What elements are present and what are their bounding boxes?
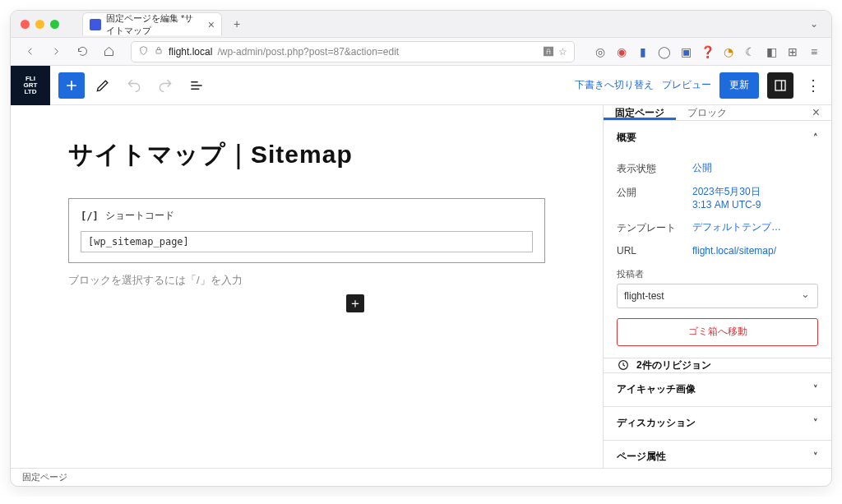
address-bar[interactable]: flight.local/wp-admin/post.php?post=87&a… [131,41,575,62]
tab-block[interactable]: ブロック [676,105,738,120]
home-button[interactable] [98,41,119,62]
browser-tab[interactable]: 固定ページを編集 *サイトマップ × [82,12,222,35]
visibility-row[interactable]: 表示状態公開 [617,157,818,181]
svg-rect-1 [775,81,785,90]
bookmark-icon[interactable]: ☆ [558,46,567,58]
publish-row[interactable]: 公開2023年5月30日 3:13 AM UTC-9 [617,181,818,216]
ext-icon-1[interactable]: ◎ [591,41,609,62]
window-controls[interactable] [21,20,59,29]
chevron-down-icon: ˅ [813,418,818,428]
edit-tool-button[interactable] [90,72,116,99]
ext-icon-8[interactable]: ☾ [741,41,759,62]
discussion-panel-toggle[interactable]: ディスカッション˅ [604,407,831,440]
add-block-button[interactable] [58,72,85,99]
ext-icon-6[interactable]: ❓ [698,41,716,62]
trash-button[interactable]: ゴミ箱へ移動 [617,318,818,346]
maximize-window-icon[interactable] [50,20,59,29]
breadcrumb[interactable]: 固定ページ [22,471,67,483]
tabs-dropdown-icon[interactable]: ⌄ [810,18,818,30]
url-path: /wp-admin/post.php?post=87&action=edit [217,46,399,58]
summary-panel-toggle[interactable]: 概要˄ [604,121,831,154]
forward-button[interactable] [45,41,67,62]
ext-icon-9[interactable]: ◧ [762,41,780,62]
shortcode-input[interactable] [81,231,533,252]
author-label: 投稿者 [617,268,818,280]
more-options-button[interactable]: ⋮ [802,76,825,95]
chevron-down-icon: ˅ [813,384,818,395]
featured-panel-toggle[interactable]: アイキャッチ画像˅ [604,373,831,406]
shortcode-icon: [/] [81,210,99,222]
svg-rect-0 [156,50,161,54]
lock-icon [154,45,164,58]
shortcode-block[interactable]: [/] ショートコード [68,198,545,263]
template-row[interactable]: テンプレートデフォルトテンプ… [617,216,818,240]
minimize-window-icon[interactable] [35,20,44,29]
ext-icon-7[interactable]: ◔ [719,41,738,62]
revisions-button[interactable]: 2件のリビジョン [604,358,831,373]
page-attr-panel-toggle[interactable]: ページ属性˅ [604,441,831,468]
settings-toggle-button[interactable] [767,72,793,99]
ext-icon-3[interactable]: ▮ [634,41,652,62]
outline-button[interactable] [183,72,210,99]
switch-draft-link[interactable]: 下書きへ切り替え [575,78,654,92]
ext-icon-2[interactable]: ◉ [613,41,631,62]
tab-title: 固定ページを編集 *サイトマップ [106,12,201,37]
page-title[interactable]: サイトマップ｜Sitemap [68,138,545,172]
shield-icon [138,45,149,58]
back-button[interactable] [19,41,40,62]
chevron-down-icon: ˅ [813,451,818,462]
extensions-button[interactable]: ⊞ [784,41,802,62]
tab-page[interactable]: 固定ページ [604,105,676,120]
site-logo[interactable]: FLI GRT LTD [11,66,50,105]
update-button[interactable]: 更新 [719,72,759,99]
url-row[interactable]: URLflight.local/sitemap/ [617,240,818,263]
new-tab-button[interactable]: + [229,17,245,30]
url-domain: flight.local [169,46,212,58]
reload-button[interactable] [72,41,93,62]
block-appender[interactable]: ブロックを選択するには「/」を入力 [68,273,545,288]
close-window-icon[interactable] [21,20,30,29]
history-icon [617,358,630,372]
inline-add-block-button[interactable]: ＋ [346,294,364,312]
favicon-icon [90,19,101,30]
close-sidebar-button[interactable]: × [801,105,831,120]
chevron-up-icon: ˄ [813,132,818,143]
undo-button[interactable] [121,72,147,99]
close-tab-icon[interactable]: × [208,18,215,31]
ext-icon-5[interactable]: ▣ [677,41,695,62]
redo-button[interactable] [152,72,178,99]
author-select[interactable]: flight-test [617,284,818,308]
ext-icon-4[interactable]: ◯ [655,41,673,62]
preview-link[interactable]: プレビュー [662,78,711,92]
menu-button[interactable]: ≡ [805,41,823,62]
shortcode-label: ショートコード [105,209,174,223]
translate-icon[interactable]: 🅰 [544,46,553,58]
